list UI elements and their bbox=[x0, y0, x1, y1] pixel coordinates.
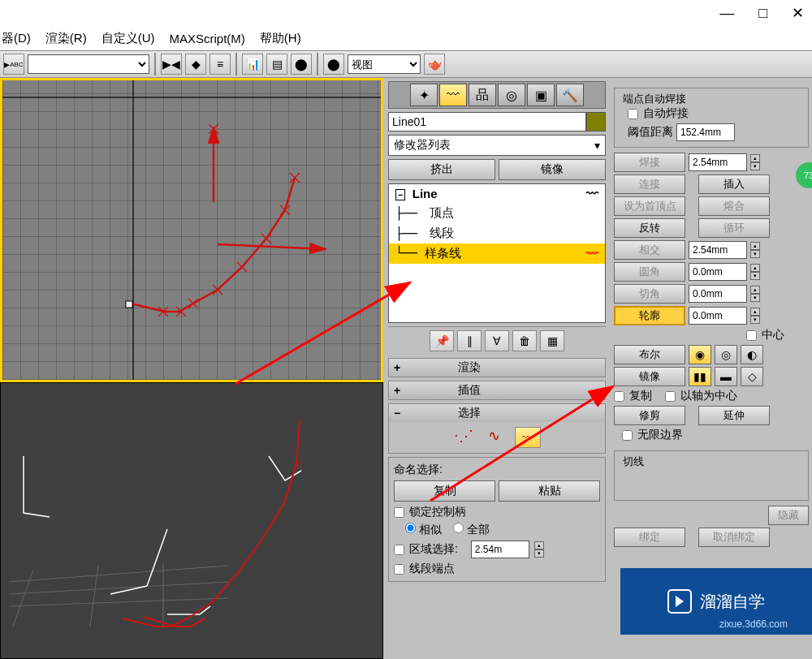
outline-button[interactable]: 轮廓 bbox=[614, 306, 685, 325]
infinite-bounds-checkbox[interactable] bbox=[622, 430, 633, 441]
bool-subtract-icon[interactable]: ◎ bbox=[715, 345, 737, 364]
reverse-button[interactable]: 反转 bbox=[614, 218, 685, 238]
mirror-h-icon[interactable]: ▮▮ bbox=[689, 367, 711, 386]
maximize-button[interactable]: □ bbox=[758, 5, 767, 22]
area-select-checkbox[interactable] bbox=[394, 545, 404, 555]
selection-rollout[interactable]: − 选择 bbox=[389, 404, 605, 422]
auto-weld-group: 端点自动焊接 bbox=[620, 92, 689, 106]
first-vertex-button[interactable]: 设为首顶点 bbox=[614, 196, 685, 216]
object-color-swatch[interactable] bbox=[586, 112, 606, 131]
svg-line-22 bbox=[13, 570, 33, 627]
fuse-button[interactable]: 熔合 bbox=[698, 196, 770, 216]
align-icon[interactable]: ◆ bbox=[185, 54, 206, 75]
bool-intersect-icon[interactable]: ◐ bbox=[741, 345, 763, 364]
object-name-input[interactable] bbox=[388, 112, 586, 131]
unbind-button[interactable]: 取消绑定 bbox=[698, 528, 770, 547]
modifier-stack[interactable]: − Line〰 ├── 顶点 ├── 线段 └── 样条线〰 bbox=[388, 183, 606, 323]
mirror-both-icon[interactable]: ◇ bbox=[741, 367, 763, 386]
chamfer-spinner[interactable]: 0.0mm bbox=[689, 285, 747, 303]
spline-subobject: └── 样条线〰 bbox=[389, 243, 605, 264]
weld-spinner[interactable]: 2.54mm bbox=[689, 153, 747, 171]
pin-stack-icon[interactable]: 📌 bbox=[430, 330, 454, 351]
chamfer-button[interactable]: 切角 bbox=[614, 284, 685, 304]
copy-checkbox[interactable] bbox=[614, 391, 624, 402]
minimize-button[interactable]: — bbox=[719, 5, 734, 22]
motion-tab-icon[interactable]: ◎ bbox=[498, 84, 525, 106]
vertex-so-icon[interactable]: ⋅⋰ bbox=[454, 427, 473, 448]
trim-button[interactable]: 修剪 bbox=[614, 406, 685, 425]
curve-editor-icon[interactable]: 📊 bbox=[242, 54, 263, 75]
menu-help[interactable]: 帮助(H) bbox=[260, 31, 301, 46]
threshold-spinner[interactable]: 152.4mm bbox=[676, 123, 735, 141]
cycle-button[interactable]: 循环 bbox=[698, 218, 770, 238]
insert-button[interactable]: 插入 bbox=[698, 174, 770, 194]
mirror-right-button[interactable]: 镜像 bbox=[614, 367, 685, 386]
cross-button[interactable]: 相交 bbox=[614, 240, 685, 260]
close-button[interactable]: ✕ bbox=[792, 4, 804, 22]
bind-button[interactable]: 绑定 bbox=[614, 528, 685, 547]
copy-named-button[interactable]: 复制 bbox=[394, 480, 495, 502]
weld-button[interactable]: 焊接 bbox=[614, 153, 685, 172]
schematic-icon[interactable]: ▤ bbox=[266, 54, 287, 75]
similar-radio[interactable] bbox=[405, 523, 416, 533]
bool-union-icon[interactable]: ◉ bbox=[689, 345, 711, 364]
segment-so-icon[interactable]: ∿ bbox=[488, 427, 500, 448]
modifier-list-dropdown[interactable]: 修改器列表▾ bbox=[388, 135, 606, 156]
segment-end-checkbox[interactable] bbox=[394, 564, 404, 575]
mirror-button[interactable]: 镜像 bbox=[499, 159, 606, 180]
center-checkbox[interactable] bbox=[746, 330, 757, 341]
create-tab-icon[interactable]: ✦ bbox=[410, 84, 438, 106]
utilities-tab-icon[interactable]: 🔨 bbox=[556, 84, 584, 106]
menu-customize[interactable]: 自定义(U) bbox=[102, 31, 155, 46]
make-unique-icon[interactable]: ∀ bbox=[485, 330, 509, 351]
svg-line-26 bbox=[147, 529, 167, 586]
menu-bar: 器(D) 渲染(R) 自定义(U) MAXScript(M) 帮助(H) bbox=[0, 26, 812, 50]
axis-center-checkbox[interactable] bbox=[665, 391, 676, 402]
tangent-group: 切线 bbox=[620, 454, 647, 469]
fillet-spinner[interactable]: 0.0mm bbox=[689, 263, 747, 281]
named-selections-label: 命名选择: bbox=[394, 463, 600, 477]
svg-line-21 bbox=[9, 598, 228, 606]
material-editor-icon[interactable]: ⬤ bbox=[291, 54, 312, 75]
auto-weld-checkbox[interactable] bbox=[628, 109, 638, 119]
area-spinner[interactable]: 2.54m bbox=[471, 541, 529, 558]
configure-icon[interactable]: ▦ bbox=[540, 330, 564, 351]
modify-tab-icon[interactable]: 〰 bbox=[439, 84, 467, 106]
connect-button[interactable]: 连接 bbox=[614, 174, 685, 194]
mirror-icon[interactable]: ▶◀ bbox=[161, 54, 182, 75]
hidden-button[interactable]: 隐藏 bbox=[768, 506, 809, 525]
viewport-top[interactable] bbox=[0, 78, 383, 382]
spline-so-icon[interactable]: 〰 bbox=[515, 427, 541, 448]
all-radio[interactable] bbox=[453, 523, 464, 533]
menu-editors[interactable]: 器(D) bbox=[2, 31, 31, 46]
hierarchy-tab-icon[interactable]: 品 bbox=[469, 84, 496, 106]
paste-named-button[interactable]: 粘贴 bbox=[499, 480, 600, 502]
display-tab-icon[interactable]: ▣ bbox=[527, 84, 555, 106]
svg-line-23 bbox=[90, 566, 98, 627]
menu-maxscript[interactable]: MAXScript(M) bbox=[169, 32, 244, 45]
viewport-perspective[interactable] bbox=[0, 382, 383, 659]
play-icon bbox=[667, 589, 692, 614]
main-toolbar: ▸ABC ▶◀ ◆ ≡ 📊 ▤ ⬤ ⬤ 视图 🫖 bbox=[0, 50, 812, 78]
remove-modifier-icon[interactable]: 🗑 bbox=[512, 330, 537, 351]
mirror-v-icon[interactable]: ▬ bbox=[715, 367, 737, 386]
extrude-button[interactable]: 挤出 bbox=[388, 159, 495, 180]
menu-render[interactable]: 渲染(R) bbox=[45, 31, 87, 46]
interpolation-rollout[interactable]: + 插值 bbox=[389, 381, 605, 399]
render-rollout[interactable]: + 渲染 bbox=[389, 359, 605, 377]
lock-handles-checkbox[interactable] bbox=[394, 507, 404, 518]
show-end-result-icon[interactable]: ∥ bbox=[457, 330, 482, 351]
select-filter-icon[interactable]: ▸ABC bbox=[3, 54, 24, 75]
extend-button[interactable]: 延伸 bbox=[698, 406, 770, 425]
cross-spinner[interactable]: 2.54mm bbox=[689, 241, 747, 259]
boolean-button[interactable]: 布尔 bbox=[614, 345, 685, 364]
named-selection-dropdown[interactable] bbox=[28, 54, 149, 74]
svg-line-19 bbox=[9, 566, 228, 582]
fillet-button[interactable]: 圆角 bbox=[614, 262, 685, 282]
outline-spinner[interactable]: 0.0mm bbox=[689, 307, 747, 325]
layers-icon[interactable]: ≡ bbox=[209, 54, 231, 75]
view-dropdown[interactable]: 视图 bbox=[348, 54, 421, 74]
watermark: 溜溜自学 zixue.3d66.com bbox=[620, 568, 812, 635]
render-setup-icon[interactable]: ⬤ bbox=[323, 54, 344, 75]
teapot-render-icon[interactable]: 🫖 bbox=[424, 54, 445, 75]
